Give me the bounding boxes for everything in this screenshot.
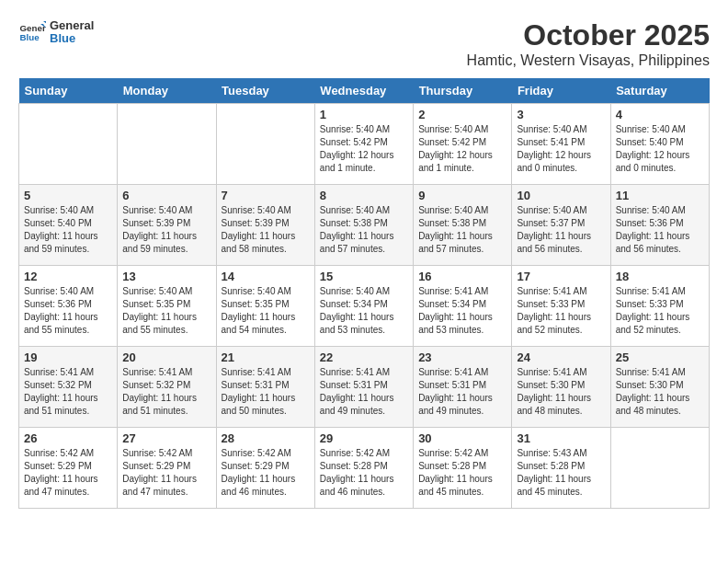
day-info: Sunrise: 5:42 AM Sunset: 5:28 PM Dayligh… xyxy=(418,447,506,499)
day-number: 10 xyxy=(517,189,605,202)
day-number: 25 xyxy=(616,350,704,364)
days-of-week-row: Sunday Monday Tuesday Wednesday Thursday… xyxy=(19,78,710,104)
calendar-week-4: 19Sunrise: 5:41 AM Sunset: 5:32 PM Dayli… xyxy=(19,347,710,428)
day-info: Sunrise: 5:40 AM Sunset: 5:39 PM Dayligh… xyxy=(122,204,210,256)
calendar-cell: 17Sunrise: 5:41 AM Sunset: 5:33 PM Dayli… xyxy=(512,266,610,347)
day-number: 4 xyxy=(616,108,704,121)
day-number: 21 xyxy=(222,350,310,364)
day-info: Sunrise: 5:40 AM Sunset: 5:38 PM Dayligh… xyxy=(320,204,408,256)
day-number: 6 xyxy=(122,189,210,202)
day-info: Sunrise: 5:40 AM Sunset: 5:34 PM Dayligh… xyxy=(320,285,408,337)
calendar-cell: 14Sunrise: 5:40 AM Sunset: 5:35 PM Dayli… xyxy=(216,266,314,347)
day-info: Sunrise: 5:40 AM Sunset: 5:38 PM Dayligh… xyxy=(418,204,506,256)
day-number: 24 xyxy=(517,350,605,364)
day-number: 30 xyxy=(418,431,506,445)
day-number: 23 xyxy=(418,350,506,364)
calendar-cell xyxy=(118,104,216,185)
calendar-cell: 28Sunrise: 5:42 AM Sunset: 5:29 PM Dayli… xyxy=(216,428,314,509)
day-info: Sunrise: 5:42 AM Sunset: 5:28 PM Dayligh… xyxy=(320,447,408,499)
calendar-cell: 24Sunrise: 5:41 AM Sunset: 5:30 PM Dayli… xyxy=(512,347,610,428)
logo-icon: General Blue xyxy=(18,18,46,46)
calendar-cell: 6Sunrise: 5:40 AM Sunset: 5:39 PM Daylig… xyxy=(118,185,216,266)
svg-text:Blue: Blue xyxy=(20,32,40,42)
calendar-cell: 29Sunrise: 5:42 AM Sunset: 5:28 PM Dayli… xyxy=(314,428,413,509)
day-info: Sunrise: 5:41 AM Sunset: 5:30 PM Dayligh… xyxy=(517,366,605,418)
day-info: Sunrise: 5:40 AM Sunset: 5:39 PM Dayligh… xyxy=(222,204,310,256)
day-info: Sunrise: 5:41 AM Sunset: 5:33 PM Dayligh… xyxy=(517,285,605,337)
day-info: Sunrise: 5:42 AM Sunset: 5:29 PM Dayligh… xyxy=(24,447,112,499)
logo-general: General xyxy=(50,19,94,32)
calendar-cell xyxy=(610,428,709,509)
col-thursday: Thursday xyxy=(414,78,512,104)
day-number: 28 xyxy=(222,431,310,445)
calendar-cell: 16Sunrise: 5:41 AM Sunset: 5:34 PM Dayli… xyxy=(414,266,512,347)
calendar-cell: 3Sunrise: 5:40 AM Sunset: 5:41 PM Daylig… xyxy=(512,104,610,185)
day-number: 1 xyxy=(320,108,408,121)
calendar-cell: 13Sunrise: 5:40 AM Sunset: 5:35 PM Dayli… xyxy=(118,266,216,347)
day-info: Sunrise: 5:41 AM Sunset: 5:31 PM Dayligh… xyxy=(320,366,408,418)
calendar-cell: 12Sunrise: 5:40 AM Sunset: 5:36 PM Dayli… xyxy=(19,266,118,347)
day-number: 15 xyxy=(320,270,408,283)
day-info: Sunrise: 5:40 AM Sunset: 5:40 PM Dayligh… xyxy=(24,204,112,256)
calendar-cell: 25Sunrise: 5:41 AM Sunset: 5:30 PM Dayli… xyxy=(610,347,709,428)
calendar-cell: 9Sunrise: 5:40 AM Sunset: 5:38 PM Daylig… xyxy=(414,185,512,266)
calendar-cell: 19Sunrise: 5:41 AM Sunset: 5:32 PM Dayli… xyxy=(19,347,118,428)
logo: General Blue General Blue xyxy=(18,18,94,46)
day-number: 2 xyxy=(418,108,506,121)
calendar-header: Sunday Monday Tuesday Wednesday Thursday… xyxy=(19,78,710,104)
day-info: Sunrise: 5:41 AM Sunset: 5:31 PM Dayligh… xyxy=(418,366,506,418)
calendar-body: 1Sunrise: 5:40 AM Sunset: 5:42 PM Daylig… xyxy=(19,104,710,509)
day-info: Sunrise: 5:42 AM Sunset: 5:29 PM Dayligh… xyxy=(222,447,310,499)
col-wednesday: Wednesday xyxy=(314,78,413,104)
calendar-cell: 23Sunrise: 5:41 AM Sunset: 5:31 PM Dayli… xyxy=(414,347,512,428)
calendar-subtitle: Hamtic, Western Visayas, Philippines xyxy=(467,52,710,69)
calendar-title: October 2025 xyxy=(467,18,710,52)
day-number: 26 xyxy=(24,431,112,445)
calendar-cell: 27Sunrise: 5:42 AM Sunset: 5:29 PM Dayli… xyxy=(118,428,216,509)
calendar-cell xyxy=(216,104,314,185)
day-number: 16 xyxy=(418,270,506,283)
day-number: 7 xyxy=(222,189,310,202)
calendar-cell: 21Sunrise: 5:41 AM Sunset: 5:31 PM Dayli… xyxy=(216,347,314,428)
day-info: Sunrise: 5:43 AM Sunset: 5:28 PM Dayligh… xyxy=(517,447,605,499)
calendar-week-1: 1Sunrise: 5:40 AM Sunset: 5:42 PM Daylig… xyxy=(19,104,710,185)
calendar-table: Sunday Monday Tuesday Wednesday Thursday… xyxy=(18,78,710,509)
day-number: 18 xyxy=(616,270,704,283)
day-info: Sunrise: 5:40 AM Sunset: 5:36 PM Dayligh… xyxy=(24,285,112,337)
day-info: Sunrise: 5:40 AM Sunset: 5:37 PM Dayligh… xyxy=(517,204,605,256)
calendar-cell: 7Sunrise: 5:40 AM Sunset: 5:39 PM Daylig… xyxy=(216,185,314,266)
calendar-cell: 15Sunrise: 5:40 AM Sunset: 5:34 PM Dayli… xyxy=(314,266,413,347)
calendar-week-2: 5Sunrise: 5:40 AM Sunset: 5:40 PM Daylig… xyxy=(19,185,710,266)
day-info: Sunrise: 5:41 AM Sunset: 5:32 PM Dayligh… xyxy=(122,366,210,418)
calendar-week-3: 12Sunrise: 5:40 AM Sunset: 5:36 PM Dayli… xyxy=(19,266,710,347)
day-info: Sunrise: 5:41 AM Sunset: 5:32 PM Dayligh… xyxy=(24,366,112,418)
col-monday: Monday xyxy=(118,78,216,104)
calendar-cell: 5Sunrise: 5:40 AM Sunset: 5:40 PM Daylig… xyxy=(19,185,118,266)
calendar-cell: 2Sunrise: 5:40 AM Sunset: 5:42 PM Daylig… xyxy=(414,104,512,185)
day-info: Sunrise: 5:41 AM Sunset: 5:33 PM Dayligh… xyxy=(616,285,704,337)
day-info: Sunrise: 5:40 AM Sunset: 5:41 PM Dayligh… xyxy=(517,123,605,175)
day-info: Sunrise: 5:40 AM Sunset: 5:35 PM Dayligh… xyxy=(122,285,210,337)
day-number: 9 xyxy=(418,189,506,202)
col-sunday: Sunday xyxy=(19,78,118,104)
day-info: Sunrise: 5:40 AM Sunset: 5:40 PM Dayligh… xyxy=(616,123,704,175)
day-number: 11 xyxy=(616,189,704,202)
calendar-cell: 8Sunrise: 5:40 AM Sunset: 5:38 PM Daylig… xyxy=(314,185,413,266)
day-number: 22 xyxy=(320,350,408,364)
day-number: 31 xyxy=(517,431,605,445)
col-saturday: Saturday xyxy=(610,78,709,104)
page-header: General Blue General Blue October 2025 H… xyxy=(18,18,710,69)
calendar-cell: 31Sunrise: 5:43 AM Sunset: 5:28 PM Dayli… xyxy=(512,428,610,509)
day-number: 3 xyxy=(517,108,605,121)
day-info: Sunrise: 5:40 AM Sunset: 5:36 PM Dayligh… xyxy=(616,204,704,256)
day-number: 27 xyxy=(122,431,210,445)
day-number: 20 xyxy=(122,350,210,364)
day-number: 13 xyxy=(122,270,210,283)
day-info: Sunrise: 5:40 AM Sunset: 5:42 PM Dayligh… xyxy=(320,123,408,175)
day-number: 5 xyxy=(24,189,112,202)
logo-blue: Blue xyxy=(50,32,94,45)
col-tuesday: Tuesday xyxy=(216,78,314,104)
title-block: October 2025 Hamtic, Western Visayas, Ph… xyxy=(467,18,710,69)
calendar-cell: 1Sunrise: 5:40 AM Sunset: 5:42 PM Daylig… xyxy=(314,104,413,185)
calendar-cell: 20Sunrise: 5:41 AM Sunset: 5:32 PM Dayli… xyxy=(118,347,216,428)
